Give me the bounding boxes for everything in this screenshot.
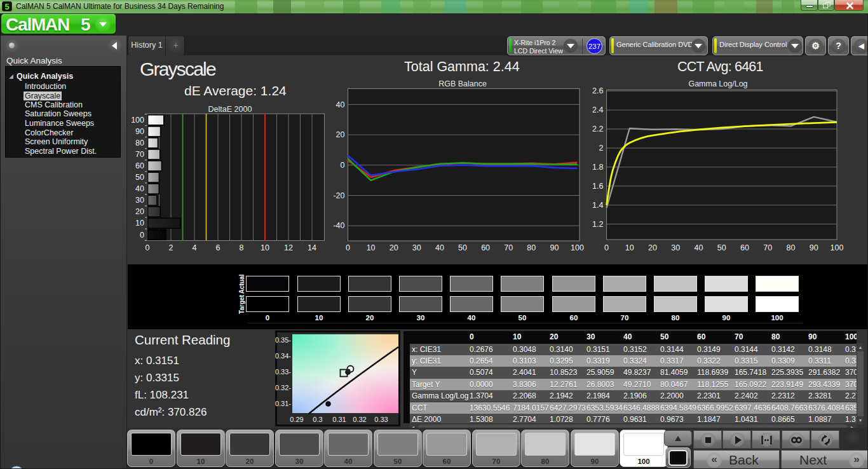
- svg-text:10: 10: [625, 243, 634, 252]
- svg-text:50: 50: [135, 173, 144, 182]
- svg-text:-20: -20: [333, 191, 344, 200]
- svg-text:14: 14: [308, 243, 316, 252]
- svg-text:90: 90: [810, 243, 818, 252]
- svg-text:100: 100: [131, 116, 144, 125]
- svg-text:60: 60: [740, 243, 749, 252]
- svg-text:4: 4: [193, 243, 197, 252]
- svg-text:1.4: 1.4: [592, 201, 603, 210]
- svg-text:80: 80: [527, 243, 536, 252]
- svg-text:30: 30: [135, 196, 144, 205]
- svg-text:6: 6: [216, 243, 220, 252]
- svg-text:0: 0: [604, 243, 609, 252]
- svg-text:80: 80: [787, 243, 796, 252]
- svg-text:0: 0: [146, 243, 150, 252]
- svg-text:90: 90: [135, 127, 144, 136]
- svg-text:RGB Balance: RGB Balance: [438, 79, 487, 88]
- svg-text:1.6: 1.6: [592, 182, 603, 191]
- svg-text:20: 20: [390, 243, 398, 252]
- svg-text:80: 80: [135, 139, 144, 147]
- svg-text:70: 70: [763, 243, 772, 252]
- svg-text:8: 8: [240, 243, 244, 252]
- svg-text:2: 2: [599, 144, 604, 153]
- svg-text:60: 60: [135, 161, 144, 170]
- svg-text:-40: -40: [333, 221, 344, 230]
- svg-text:1.2: 1.2: [592, 220, 603, 229]
- svg-text:0: 0: [341, 161, 345, 170]
- svg-text:60: 60: [481, 243, 490, 252]
- svg-text:2.4: 2.4: [592, 105, 603, 114]
- svg-text:100: 100: [571, 243, 584, 252]
- svg-text:0: 0: [140, 231, 144, 240]
- svg-text:20: 20: [648, 243, 657, 252]
- svg-text:50: 50: [458, 243, 467, 252]
- svg-text:40: 40: [336, 100, 345, 109]
- svg-text:70: 70: [504, 243, 513, 252]
- svg-text:40: 40: [135, 184, 144, 193]
- svg-text:0: 0: [346, 243, 350, 252]
- svg-text:DeltaE 2000: DeltaE 2000: [208, 105, 252, 114]
- svg-text:100: 100: [831, 243, 844, 252]
- svg-text:50: 50: [717, 243, 726, 252]
- svg-text:1.8: 1.8: [592, 163, 603, 172]
- svg-text:2.2: 2.2: [592, 125, 603, 133]
- svg-text:40: 40: [435, 243, 444, 252]
- svg-text:20: 20: [135, 207, 144, 216]
- svg-text:10: 10: [135, 219, 144, 228]
- svg-text:12: 12: [284, 243, 293, 252]
- svg-text:20: 20: [336, 130, 345, 139]
- svg-text:10: 10: [367, 243, 376, 252]
- svg-text:2: 2: [169, 243, 173, 252]
- svg-text:30: 30: [412, 243, 421, 252]
- svg-text:30: 30: [671, 243, 680, 252]
- svg-text:70: 70: [135, 150, 144, 159]
- svg-text:90: 90: [550, 243, 559, 252]
- svg-text:10: 10: [261, 243, 269, 252]
- svg-text:Gamma Log/Log: Gamma Log/Log: [688, 79, 747, 88]
- svg-text:40: 40: [695, 243, 703, 252]
- svg-text:2.6: 2.6: [592, 86, 603, 95]
